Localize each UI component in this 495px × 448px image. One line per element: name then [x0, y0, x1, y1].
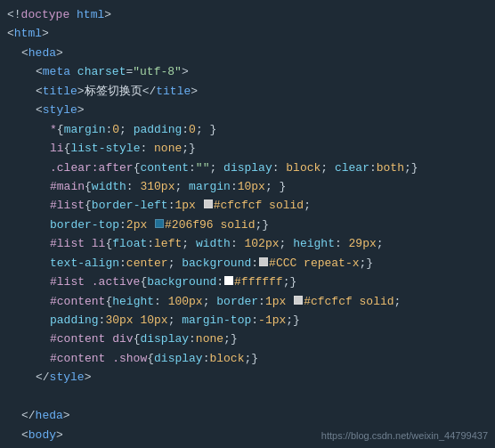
color-cfcfcf — [204, 200, 213, 208]
line-4: <meta charset="utf-8"> — [0, 62, 495, 81]
line-9: .clear:after{content:""; display: block;… — [0, 159, 495, 177]
code-editor: <!doctype html> <html> <heda> <meta char… — [0, 0, 495, 448]
line-10: #main{width: 310px; margin:10px; } — [0, 177, 495, 196]
line-18: #content div{display:none;} — [0, 330, 495, 348]
line-6: <style> — [0, 101, 495, 119]
line-blank — [0, 387, 495, 406]
line-17: padding:30px 10px; margin-top:-1px;} — [0, 311, 495, 330]
line-11: #list{border-left:1px #cfcfcf solid; — [0, 196, 495, 215]
line-7: *{margin:0; padding:0; } — [0, 120, 495, 139]
line-23: <div id="main"> — [0, 444, 495, 448]
line-8: li{list-style: none;} — [0, 139, 495, 158]
line-20: </style> — [0, 368, 495, 387]
line-5: <title>标签切换页</title> — [0, 82, 495, 101]
line-19: #content .show{display:block;} — [0, 349, 495, 368]
line-1: <!doctype html> — [0, 5, 495, 24]
color-ffffff — [224, 276, 233, 285]
color-cfcfcf2 — [294, 296, 303, 305]
line-15: #list .active{background:#ffffff;} — [0, 273, 495, 291]
line-2: <html> — [0, 24, 495, 43]
line-3: <heda> — [0, 44, 495, 62]
color-206f96 — [155, 219, 164, 228]
line-14: text-align:center; background:#CCC repea… — [0, 254, 495, 273]
color-ccc — [259, 257, 268, 266]
line-12: border-top:2px #206f96 solid;} — [0, 216, 495, 234]
line-21: </heda> — [0, 406, 495, 425]
line-13: #list li{float:left; width: 102px; heigh… — [0, 234, 495, 253]
watermark: https://blog.csdn.net/weixin_44799437 — [321, 430, 488, 441]
line-16: #content{height: 100px; border:1px #cfcf… — [0, 292, 495, 311]
